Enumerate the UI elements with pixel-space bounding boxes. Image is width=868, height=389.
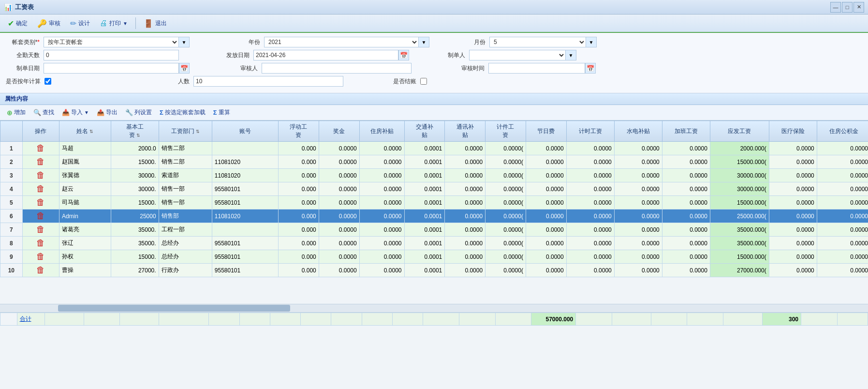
print-button[interactable]: 🖨 打印 ▼ [96,17,132,29]
row-action[interactable]: 🗑 [22,223,59,237]
row-dept: 总经办 [159,237,212,250]
review-label: 审核 [49,19,60,28]
row-floating: 0.000 [278,155,319,169]
make-date-calendar-btn[interactable]: 📅 [179,63,190,74]
review-time-calendar-btn[interactable]: 📅 [585,63,596,74]
design-button[interactable]: ✏ 设计 [66,17,94,30]
row-holiday: 0.0000 [526,169,566,182]
table-row[interactable]: 6🗑Admin25000销售部110810200.0000.00000.0000… [0,209,868,223]
review-time-input[interactable] [488,63,585,74]
row-action[interactable]: 🗑 [22,169,59,182]
sigma-icon: Σ [160,109,163,116]
row-utility: 0.0000 [614,142,662,155]
table-row[interactable]: 10🗑曹操27000.行政办955801010.0000.00000.00000… [0,264,868,277]
row-housing-fund: 0.0000 [817,250,868,264]
row-action[interactable]: 🗑 [22,237,59,250]
table-row[interactable]: 9🗑孙权15000.总经办955801010.0000.00000.00000.… [0,250,868,264]
row-holiday: 0.0000 [526,237,566,250]
headcount-input[interactable] [193,76,343,87]
is-annual-checkbox[interactable] [44,78,51,85]
row-telecom: 0.0000 [445,209,485,223]
exit-button[interactable]: 🚪 退出 [140,17,171,30]
maximize-button[interactable]: □ [842,2,853,13]
review-button[interactable]: 🔑 审核 [33,17,64,30]
row-basic-salary: 2000.0 [111,142,159,155]
table-row[interactable]: 1🗑马超2000.0销售二部0.0000.00000.00000.00010.0… [0,142,868,155]
summary-table: 合计 57000.000 300 [0,313,868,326]
table-row[interactable]: 8🗑张辽35000.总经办955801010.0000.00000.00000.… [0,237,868,250]
title-bar: 📊 工资表 — □ ✕ [0,0,868,15]
row-overtime: 0.0000 [662,209,710,223]
print-drop-icon[interactable]: ▼ [123,21,128,26]
data-table: 操作 姓名 ⇅ 基本工资 ⇅ 工资部门 ⇅ 账号 浮动工资 奖金 住房补贴 交通… [0,120,868,277]
confirm-button[interactable]: ✔ 确定 [4,17,31,30]
row-action[interactable]: 🗑 [22,209,59,223]
row-name: 孙权 [59,250,111,264]
close-button[interactable]: ✕ [853,2,864,13]
th-name[interactable]: 姓名 ⇅ [59,121,111,142]
design-icon: ✏ [70,19,76,28]
row-telecom: 0.0000 [445,182,485,196]
delete-icon[interactable]: 🗑 [36,157,45,166]
table-row[interactable]: 7🗑诸葛亮35000.工程一部0.0000.00000.00000.00010.… [0,223,868,237]
search-button[interactable]: 🔍 查找 [30,107,57,118]
recalc-button[interactable]: Σ 重算 [210,107,233,118]
row-telecom: 0.0000 [445,250,485,264]
add-button[interactable]: ⊕ 增加 [4,107,29,118]
delete-icon[interactable]: 🗑 [36,143,45,153]
import-button[interactable]: 📥 导入 ▼ [59,107,92,118]
import-drop-icon[interactable]: ▼ [84,110,89,115]
export-button[interactable]: 📤 导出 [94,107,120,118]
row-hourly: 0.0000 [566,182,614,196]
pay-date-calendar-btn[interactable]: 📅 [398,50,409,60]
attendance-days-input[interactable]: 0 [44,50,179,60]
row-medical: 0.0000 [769,209,817,223]
delete-icon[interactable]: 🗑 [36,197,45,207]
row-action[interactable]: 🗑 [22,250,59,264]
row-transport: 0.0001 [404,223,445,237]
delete-icon[interactable]: 🗑 [36,184,45,194]
account-type-select[interactable]: 按年工资帐套 [44,37,179,47]
year-dropdown-btn[interactable]: ▼ [419,37,429,47]
table-container[interactable]: 操作 姓名 ⇅ 基本工资 ⇅ 工资部门 ⇅ 账号 浮动工资 奖金 住房补贴 交通… [0,120,868,304]
table-row[interactable]: 2🗑赵国胤15000.销售二部110810200.0000.00000.0000… [0,155,868,169]
delete-icon[interactable]: 🗑 [36,238,45,248]
year-select[interactable]: 2021 [264,37,419,47]
row-action[interactable]: 🗑 [22,155,59,169]
delete-icon[interactable]: 🗑 [36,224,45,234]
make-date-input[interactable] [44,63,179,74]
pay-date-input[interactable] [253,50,398,60]
th-overtime: 加班工资 [662,121,710,142]
table-row[interactable]: 3🗑张翼德30000.索道部110810200.0000.00000.00000… [0,169,868,182]
scrollbar-area[interactable] [0,304,868,312]
payroll-maker-select[interactable] [469,50,566,60]
summary-link[interactable]: 合计 [20,315,31,322]
add-by-account-button[interactable]: Σ 按选定账套加载 [157,107,208,118]
row-number: 10 [0,264,23,277]
row-action[interactable]: 🗑 [22,264,59,277]
reviewer-label: 审核人 [224,64,258,73]
row-payable: 35000.000( [710,237,769,250]
month-dropdown-btn[interactable]: ▼ [586,37,597,47]
summary-taxable-empty [687,313,723,326]
delete-icon[interactable]: 🗑 [36,170,45,180]
scrollbar-thumb[interactable] [58,305,290,312]
th-basic-salary[interactable]: 基本工资 ⇅ [111,121,159,142]
summary-link-cell[interactable]: 合计 [17,313,45,326]
payroll-maker-dropdown-btn[interactable]: ▼ [566,50,576,60]
reviewer-input[interactable] [262,63,412,74]
delete-icon[interactable]: 🗑 [36,265,45,275]
row-action[interactable]: 🗑 [22,142,59,155]
account-type-dropdown-btn[interactable]: ▼ [179,37,190,47]
is-settled-checkbox[interactable] [420,78,427,85]
month-select[interactable]: 5 [489,37,586,47]
settings-button[interactable]: 🔧 列设置 [122,107,155,118]
delete-icon[interactable]: 🗑 [36,252,45,261]
th-dept[interactable]: 工资部门 ⇅ [159,121,212,142]
table-row[interactable]: 4🗑赵云30000.销售一部955801010.0000.00000.00000… [0,182,868,196]
row-action[interactable]: 🗑 [22,182,59,196]
table-row[interactable]: 5🗑司马懿15000.销售一部955801010.0000.00000.0000… [0,196,868,209]
delete-icon[interactable]: 🗑 [36,211,45,221]
minimize-button[interactable]: — [830,2,841,13]
row-action[interactable]: 🗑 [22,196,59,209]
